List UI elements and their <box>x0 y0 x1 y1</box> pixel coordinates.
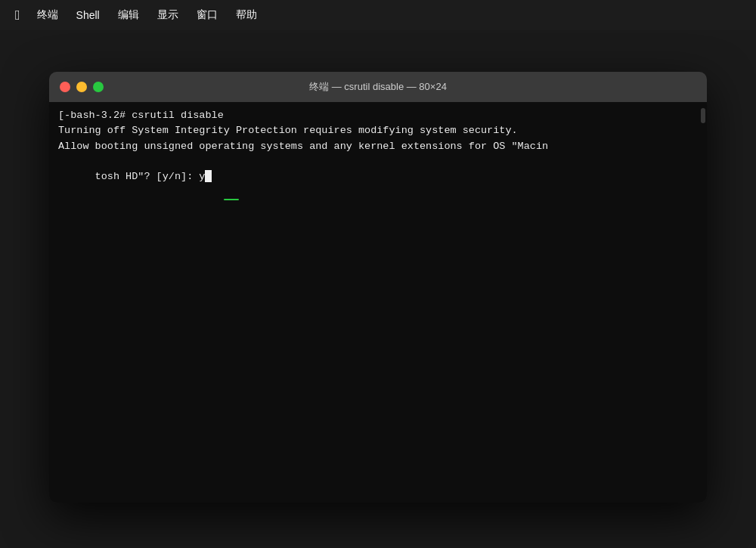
terminal-body[interactable]: [-bash-3.2# csrutil disable Turning off … <box>49 102 707 503</box>
menubar-window[interactable]: 窗口 <box>189 5 225 25</box>
terminal-window: 终端 — csrutil disable — 80×24 [-bash-3.2#… <box>49 72 707 503</box>
cursor-underline <box>224 199 239 200</box>
menubar:  终端 Shell 编辑 显示 窗口 帮助 <box>0 0 756 30</box>
minimize-button[interactable] <box>76 82 87 92</box>
maximize-button[interactable] <box>93 82 104 92</box>
terminal-title: 终端 — csrutil disable — 80×24 <box>309 80 447 94</box>
menubar-shell[interactable]: Shell <box>69 6 107 24</box>
apple-menu[interactable]:  <box>9 5 26 26</box>
terminal-line-3: Allow booting unsigned operating systems… <box>58 139 698 154</box>
menubar-display[interactable]: 显示 <box>150 5 186 25</box>
terminal-line-1: [-bash-3.2# csrutil disable <box>58 108 698 123</box>
terminal-line-4: tosh HD"? [y/n]: y <box>58 154 698 200</box>
menubar-help[interactable]: 帮助 <box>228 5 265 25</box>
terminal-line-2: Turning off System Integrity Protection … <box>58 123 698 138</box>
menubar-terminal[interactable]: 终端 <box>29 5 66 25</box>
cursor-block <box>205 170 212 182</box>
traffic-lights <box>60 82 104 92</box>
close-button[interactable] <box>60 82 70 92</box>
scrollbar[interactable] <box>701 108 705 123</box>
menubar-edit[interactable]: 编辑 <box>110 5 147 25</box>
terminal-titlebar: 终端 — csrutil disable — 80×24 <box>49 72 707 102</box>
